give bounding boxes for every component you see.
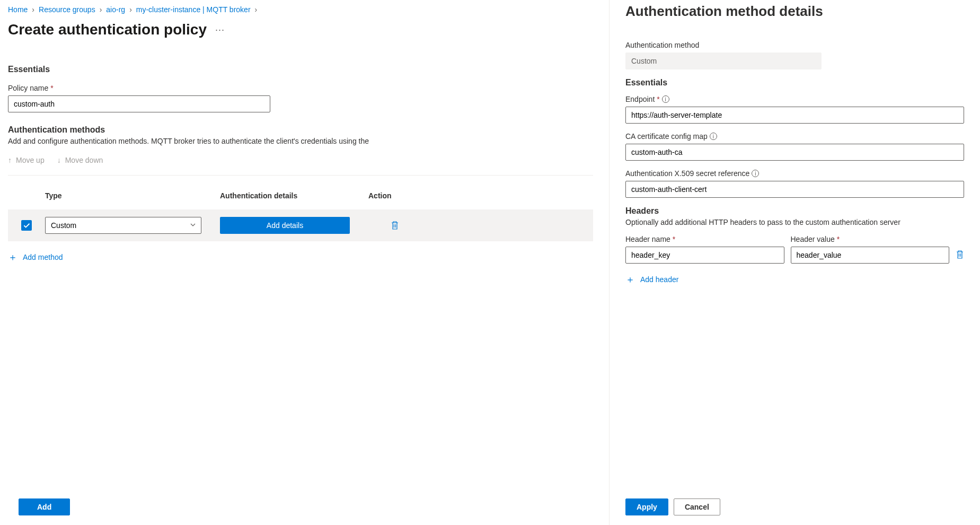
breadcrumb-cluster[interactable]: my-cluster-instance | MQTT broker <box>136 5 251 14</box>
move-up-label: Move up <box>16 156 45 164</box>
add-header-label: Add header <box>640 275 678 284</box>
add-button[interactable]: Add <box>19 498 70 515</box>
apply-button[interactable]: Apply <box>625 498 668 515</box>
panel-essentials-heading: Essentials <box>625 78 964 88</box>
headers-heading: Headers <box>625 206 964 216</box>
policy-name-label-text: Policy name <box>8 84 48 92</box>
required-asterisk: * <box>50 84 53 92</box>
breadcrumb-resource-groups[interactable]: Resource groups <box>39 5 95 14</box>
essentials-heading: Essentials <box>8 65 593 74</box>
policy-name-input[interactable] <box>8 95 270 112</box>
breadcrumb-aio-rg[interactable]: aio-rg <box>106 5 125 14</box>
move-down-label: Move down <box>65 156 103 164</box>
plus-icon: ＋ <box>8 251 17 264</box>
panel-footer: Apply Cancel <box>625 498 720 515</box>
add-header-link[interactable]: ＋ Add header <box>625 273 964 286</box>
move-down-button[interactable]: ↓ Move down <box>57 156 103 164</box>
auth-methods-heading: Authentication methods <box>8 125 593 135</box>
endpoint-input[interactable] <box>625 107 964 124</box>
info-icon[interactable]: i <box>662 95 669 103</box>
info-icon[interactable]: i <box>752 170 759 177</box>
ca-label: CA certificate config map <box>625 132 708 141</box>
move-up-button[interactable]: ↑ Move up <box>8 156 45 164</box>
arrow-up-icon: ↑ <box>8 156 12 164</box>
move-buttons: ↑ Move up ↓ Move down <box>8 156 593 169</box>
header-value-label: Header value <box>791 235 835 243</box>
required-asterisk: * <box>837 235 840 243</box>
trash-icon[interactable] <box>391 221 399 230</box>
headers-row: Header name * Header value * <box>625 235 964 264</box>
header-name-input[interactable] <box>625 247 784 264</box>
required-asterisk: * <box>673 235 675 243</box>
auth-method-field: Authentication method <box>625 41 822 69</box>
page-title: Create authentication policy <box>8 21 207 38</box>
main-footer: Add <box>19 498 70 515</box>
table-row: Add details <box>8 209 593 241</box>
chevron-right-icon: › <box>129 5 132 14</box>
cancel-button[interactable]: Cancel <box>674 498 720 515</box>
chevron-right-icon: › <box>100 5 102 14</box>
required-asterisk: * <box>657 95 659 103</box>
auth-method-label: Authentication method <box>625 41 822 49</box>
ca-field: CA certificate config map i <box>625 132 964 161</box>
chevron-right-icon: › <box>255 5 258 14</box>
x509-input[interactable] <box>625 181 964 198</box>
main-panel: Home › Resource groups › aio-rg › my-clu… <box>0 0 609 525</box>
more-icon[interactable]: ··· <box>215 24 225 36</box>
side-panel: Authentication method details Authentica… <box>609 0 980 525</box>
ca-input[interactable] <box>625 144 964 161</box>
breadcrumb: Home › Resource groups › aio-rg › my-clu… <box>8 5 593 14</box>
x509-label: Authentication X.509 secret reference <box>625 169 749 178</box>
page-title-row: Create authentication policy ··· <box>8 21 593 38</box>
check-icon <box>23 222 30 229</box>
endpoint-field: Endpoint * i <box>625 95 964 124</box>
auth-methods-description: Add and configure authentication methods… <box>8 137 593 145</box>
headers-description: Optionally add additional HTTP headers t… <box>625 218 964 226</box>
auth-method-input <box>625 52 822 69</box>
row-checkbox[interactable] <box>21 220 32 231</box>
info-icon[interactable]: i <box>710 133 717 140</box>
col-type: Type <box>45 191 220 200</box>
plus-icon: ＋ <box>625 273 635 286</box>
header-value-input[interactable] <box>791 247 950 264</box>
col-details: Authentication details <box>220 191 368 200</box>
table-header: Type Authentication details Action <box>8 186 593 209</box>
add-details-button[interactable]: Add details <box>220 217 350 234</box>
type-select[interactable] <box>45 217 201 234</box>
add-method-label: Add method <box>23 253 63 261</box>
trash-icon[interactable] <box>956 250 964 259</box>
header-name-label: Header name <box>625 235 670 243</box>
endpoint-label: Endpoint <box>625 95 655 103</box>
breadcrumb-home[interactable]: Home <box>8 5 28 14</box>
x509-field: Authentication X.509 secret reference i <box>625 169 964 198</box>
policy-name-label: Policy name * <box>8 84 593 92</box>
chevron-right-icon: › <box>32 5 34 14</box>
divider <box>8 175 593 176</box>
add-method-link[interactable]: ＋ Add method <box>8 251 593 264</box>
methods-table: Type Authentication details Action <box>8 186 593 241</box>
panel-title: Authentication method details <box>625 3 964 20</box>
col-action: Action <box>368 191 421 200</box>
arrow-down-icon: ↓ <box>57 156 61 164</box>
